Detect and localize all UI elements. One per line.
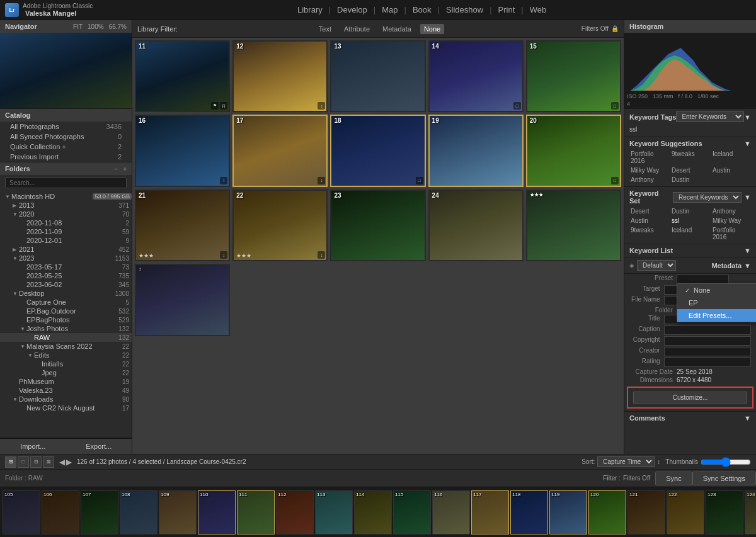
nav-forward-btn[interactable]: ▶ xyxy=(66,458,72,466)
folder-raw[interactable]: RAW 132 xyxy=(0,333,132,342)
kw-iceland[interactable]: Iceland xyxy=(711,150,751,165)
grid-cell-17[interactable]: 17 ↕ xyxy=(232,115,328,186)
dropdown-none[interactable]: ✓ None xyxy=(677,284,756,297)
grid-cell-23[interactable]: 23 xyxy=(330,189,425,261)
keyword-tags-dropdown[interactable]: Enter Keywords xyxy=(676,111,744,122)
grid-cell-20[interactable]: 20 □ xyxy=(526,115,621,186)
film-cell-120[interactable]: 120 xyxy=(588,490,626,534)
catalog-quick-collection[interactable]: Quick Collection + 2 xyxy=(0,142,132,152)
kw-dustin[interactable]: Dustin xyxy=(670,176,710,184)
thumbnail-size-slider[interactable] xyxy=(701,457,751,467)
grid-view-btn[interactable]: ⊞ xyxy=(5,456,16,468)
folder-edits[interactable]: ▼ Edits 22 xyxy=(0,351,132,359)
folder-valeska23[interactable]: Valeska.23 49 xyxy=(0,386,132,395)
kwset-austin[interactable]: Austin xyxy=(629,217,669,225)
kw-set-arrow[interactable]: ▼ xyxy=(744,193,751,201)
histogram-header[interactable]: Histogram xyxy=(624,20,756,33)
folders-minus[interactable]: − xyxy=(114,166,118,172)
metadata-preset-select[interactable]: Default xyxy=(637,260,676,271)
film-cell-111[interactable]: 111 xyxy=(237,490,275,534)
comments-arrow[interactable]: ▼ xyxy=(744,414,751,422)
zoom-fit[interactable]: FIT xyxy=(73,23,83,30)
kw-anthony[interactable]: Anthony xyxy=(629,176,669,184)
folder-search-input[interactable] xyxy=(5,178,127,188)
film-cell-107[interactable]: 107 xyxy=(81,490,118,534)
meta-input-copyright[interactable] xyxy=(664,336,751,346)
filter-attribute[interactable]: Attribute xyxy=(340,24,374,34)
sort-dropdown[interactable]: Capture Time xyxy=(597,456,655,467)
folder-initialis[interactable]: InitialIs 22 xyxy=(0,359,132,368)
grid-cell-16[interactable]: 16 ! xyxy=(135,115,230,186)
film-cell-123[interactable]: 123 xyxy=(706,490,743,534)
folder-2023-05-25[interactable]: 2023-05-25 735 xyxy=(0,271,132,280)
navigator-header[interactable]: Navigator FIT 100% 66.7% xyxy=(0,20,132,33)
film-cell-122[interactable]: 122 xyxy=(667,490,704,534)
nav-book[interactable]: Book xyxy=(406,0,438,20)
film-cell-108[interactable]: 108 xyxy=(120,490,158,534)
film-cell-118[interactable]: 118 xyxy=(510,490,548,534)
film-cell-117[interactable]: 117 xyxy=(471,490,509,534)
grid-cell-18[interactable]: 18 □ xyxy=(330,115,425,186)
kw-9tweaks[interactable]: 9tweaks xyxy=(670,150,710,165)
dropdown-edit-presets[interactable]: Edit Presets... xyxy=(677,309,756,322)
sync-settings-button[interactable]: Sync Settings xyxy=(692,472,756,485)
folder-desktop[interactable]: ▼ Desktop 1300 xyxy=(0,289,132,298)
folder-joshs-photos[interactable]: ▼ Joshs Photos 132 xyxy=(0,324,132,333)
film-cell-110[interactable]: 110 xyxy=(198,490,236,534)
grid-cell-24[interactable]: 24 xyxy=(428,189,524,261)
grid-cell-25[interactable]: ★★★ xyxy=(526,189,621,261)
kw-suggestions-arrow[interactable]: ▼ xyxy=(744,140,751,147)
folder-macintosh-hd[interactable]: ▼ Macintosh HD 53.0 / 995 GB xyxy=(0,192,132,201)
nav-develop[interactable]: Develop xyxy=(331,0,374,20)
survey-view-btn[interactable]: ⊠ xyxy=(43,456,54,468)
folder-2021[interactable]: ▶ 2021 452 xyxy=(0,245,132,254)
grid-cell-14[interactable]: 14 □ xyxy=(428,40,524,112)
catalog-header[interactable]: Catalog xyxy=(0,109,132,122)
kwset-dustin[interactable]: Dustin xyxy=(670,207,710,215)
meta-input-caption[interactable] xyxy=(664,325,751,335)
meta-input-preset[interactable] xyxy=(677,274,729,284)
grid-cell-19[interactable]: 19 xyxy=(428,115,524,186)
grid-cell-13[interactable]: 13 xyxy=(330,40,425,112)
grid-cell-21[interactable]: 21 ↕ ★★★ xyxy=(135,189,230,261)
grid-cell-22[interactable]: 22 ↕ ★★★ xyxy=(232,189,328,261)
sync-button[interactable]: Sync xyxy=(655,472,692,485)
grid-cell-26[interactable]: ↕ xyxy=(135,264,230,336)
folder-new-cr2[interactable]: New CR2 Nick August 17 xyxy=(0,404,132,412)
nav-library[interactable]: Library xyxy=(291,0,329,20)
kwset-9tweaks[interactable]: 9tweaks xyxy=(629,226,669,241)
loupe-view-btn[interactable]: □ xyxy=(18,456,29,468)
film-cell-116[interactable]: 116 xyxy=(432,490,470,534)
grid-cell-15[interactable]: 15 □ xyxy=(526,40,621,112)
catalog-previous-import[interactable]: Previous Import 2 xyxy=(0,152,132,162)
kw-milkyway[interactable]: Milky Way xyxy=(629,166,669,174)
filter-text[interactable]: Text xyxy=(315,24,335,34)
nav-print[interactable]: Print xyxy=(492,0,522,20)
folders-plus[interactable]: + xyxy=(123,166,127,172)
kwset-portfolio2016[interactable]: Portfolio 2016 xyxy=(711,226,751,241)
folder-2023-06-02[interactable]: 2023-06-02 345 xyxy=(0,280,132,289)
folder-2023-05-17[interactable]: 2023-05-17 73 xyxy=(0,263,132,271)
kw-list-arrow[interactable]: ▼ xyxy=(744,247,751,254)
folder-jpeg[interactable]: Jpeg 22 xyxy=(0,368,132,377)
folder-epbagphotos[interactable]: EPBagPhotos 529 xyxy=(0,315,132,324)
folder-ep-bag-outdoor[interactable]: EP.Bag.Outdoor 532 xyxy=(0,307,132,315)
kw-set-dropdown[interactable]: Recent Keywords xyxy=(673,192,742,203)
kw-desert[interactable]: Desert xyxy=(670,166,710,174)
kwset-ssl[interactable]: ssl xyxy=(670,217,710,225)
folder-downloads[interactable]: ▼ Downloads 90 xyxy=(0,395,132,404)
nav-web[interactable]: Web xyxy=(524,0,553,20)
film-cell-112[interactable]: 112 xyxy=(276,490,314,534)
nav-back-btn[interactable]: ◀ xyxy=(59,458,65,466)
film-cell-119[interactable]: 119 xyxy=(549,490,587,534)
compare-view-btn[interactable]: ⊟ xyxy=(30,456,42,468)
customize-button[interactable]: Customize... xyxy=(633,392,747,404)
nav-map[interactable]: Map xyxy=(375,0,404,20)
grid-cell-12[interactable]: 12 ↕ xyxy=(232,40,328,112)
zoom-100[interactable]: 100% xyxy=(88,23,104,30)
film-cell-106[interactable]: 106 xyxy=(42,490,79,534)
kwset-desert[interactable]: Desert xyxy=(629,207,669,215)
import-button[interactable]: Import... xyxy=(0,439,66,454)
film-cell-105[interactable]: 105 xyxy=(3,490,40,534)
filter-none[interactable]: None xyxy=(420,24,444,34)
